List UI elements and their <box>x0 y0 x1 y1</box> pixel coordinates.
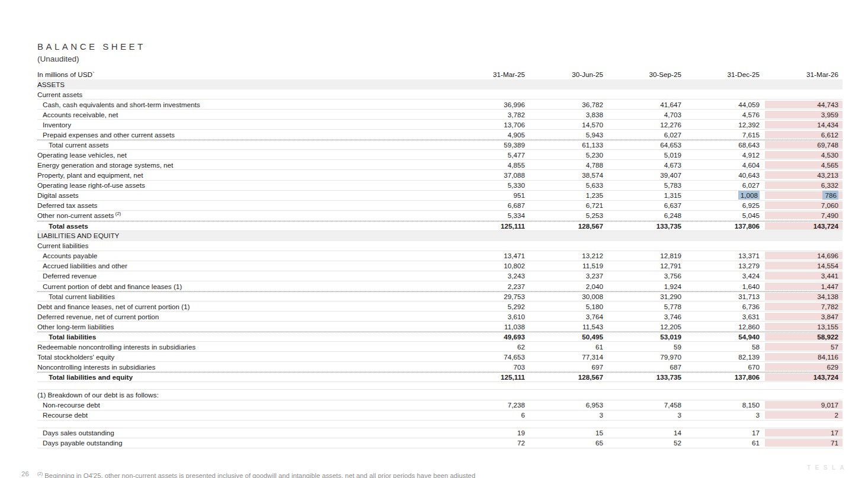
row-label: Total assets <box>37 222 447 230</box>
value-cell: 5,778 <box>603 303 681 310</box>
value-cell: 11,519 <box>525 262 603 270</box>
column-header: 31-Mar-26 <box>765 70 843 78</box>
spacer-row <box>37 382 843 390</box>
row-label: Deferred revenue, net of current portion <box>37 313 447 320</box>
row-label: Cash, cash equivalents and short-term in… <box>37 101 447 108</box>
row-label: Current assets <box>37 91 447 98</box>
row-label: Total liabilities and equity <box>37 373 447 381</box>
footnote-sup: (2) <box>37 471 43 476</box>
value-cell: 3,764 <box>525 313 603 320</box>
value-cell: 7,238 <box>447 401 525 409</box>
value-cell: 5,019 <box>603 151 681 159</box>
value-cell: 5,633 <box>525 181 603 189</box>
value-cell: 13,371 <box>681 252 760 259</box>
value-cell: 125,111 <box>447 373 525 381</box>
value-cell: 4,565 <box>765 161 843 169</box>
row-label: Operating lease right-of-use assets <box>37 181 447 189</box>
value-cell: 53,019 <box>603 333 681 341</box>
table-row: Redeemable noncontrolling interests in s… <box>37 342 843 352</box>
value-cell: 79,970 <box>603 353 681 361</box>
value-cell: 5,783 <box>603 181 681 189</box>
value-cell: 1,447 <box>765 283 843 290</box>
table-row: Total stockholders' equity74,65377,31479… <box>37 352 843 362</box>
value-cell: 40,643 <box>681 171 760 179</box>
table-row: Other non-current assets (2)5,3345,2536,… <box>37 211 843 221</box>
table-row: Operating lease right-of-use assets5,330… <box>37 181 843 191</box>
value-cell: 31,713 <box>681 293 760 300</box>
value-cell: 7,490 <box>765 211 843 219</box>
table-row: Property, plant and equipment, net37,088… <box>37 170 843 180</box>
value-cell: 1,008 <box>681 191 760 199</box>
row-label: Noncontrolling interests in subsidiaries <box>37 363 447 371</box>
value-cell: 1,640 <box>681 283 760 290</box>
value-cell: 2,040 <box>525 283 603 290</box>
value-cell: 13,279 <box>681 262 760 270</box>
section-row: ASSETS <box>37 79 843 89</box>
value-cell: 41,647 <box>603 101 681 108</box>
value-cell: 3 <box>525 411 603 419</box>
value-cell: 11,038 <box>447 323 525 331</box>
value-cell: 7,615 <box>681 131 760 139</box>
value-cell: 5,334 <box>447 211 525 219</box>
row-label: Total current assets <box>37 141 447 149</box>
value-cell: 6,248 <box>603 211 681 219</box>
value-cell: 59 <box>603 343 681 351</box>
row-label: Non-recourse debt <box>37 401 447 409</box>
row-label: Energy generation and storage systems, n… <box>37 161 447 169</box>
value-cell: 133,735 <box>603 373 681 381</box>
value-cell: 4,604 <box>681 161 760 169</box>
table-row: Days sales outstanding1915141717 <box>37 428 843 438</box>
row-label: Total stockholders' equity <box>37 353 447 361</box>
table-row: (1) Breakdown of our debt is as follows: <box>37 390 843 400</box>
value-cell: 50,495 <box>525 333 603 341</box>
table-row: Current assets <box>37 89 843 100</box>
value-cell: 4,788 <box>525 161 603 169</box>
value-cell: 3 <box>681 411 760 419</box>
row-label: Prepaid expenses and other current asset… <box>37 131 447 139</box>
value-cell: 4,912 <box>681 151 760 159</box>
column-header: 31-Mar-25 <box>447 70 525 78</box>
column-header: 30-Jun-25 <box>525 70 603 78</box>
value-cell: 44,059 <box>681 101 760 108</box>
value-cell: 12,819 <box>603 252 681 259</box>
value-cell: 84,116 <box>765 353 843 361</box>
value-cell: 14,696 <box>765 252 843 259</box>
value-cell: 14,554 <box>765 262 843 270</box>
value-cell: 786 <box>765 191 843 199</box>
value-cell: 6,925 <box>681 201 760 209</box>
page-title: BALANCE SHEET <box>37 41 146 52</box>
row-label: Other non-current assets (2) <box>37 211 447 219</box>
row-label: Days payable outstanding <box>37 439 447 447</box>
value-cell: 7,782 <box>765 303 843 310</box>
value-cell: 57 <box>765 343 843 351</box>
table-row: Accounts receivable, net3,7823,8384,7034… <box>37 110 843 120</box>
table-row: Other long-term liabilities11,03811,5431… <box>37 322 843 332</box>
value-cell: 15 <box>525 429 603 437</box>
value-cell: 6 <box>447 411 525 419</box>
value-cell: 38,574 <box>525 171 603 179</box>
value-cell: 12,276 <box>603 121 681 129</box>
value-cell: 137,806 <box>681 373 760 381</box>
row-label: Other long-term liabilities <box>37 323 447 331</box>
value-cell: 14 <box>603 429 681 437</box>
value-cell: 3,782 <box>447 111 525 118</box>
value-cell: 143,724 <box>765 222 843 230</box>
table-row: Deferred revenue, net of current portion… <box>37 312 843 322</box>
value-cell: 5,253 <box>525 211 603 219</box>
value-cell: 74,653 <box>447 353 525 361</box>
value-cell: 6,612 <box>765 131 843 139</box>
value-cell: 13,155 <box>765 323 843 331</box>
value-cell: 3,631 <box>681 313 760 320</box>
value-cell: 4,703 <box>603 111 681 118</box>
value-cell: 58 <box>681 343 760 351</box>
footnote-2: (2) Beginning in Q4'25, other non-curren… <box>37 471 475 478</box>
value-cell: 5,292 <box>447 303 525 310</box>
column-header: 30-Sep-25 <box>603 70 681 78</box>
value-cell: 14,434 <box>765 121 843 129</box>
value-cell: 2,237 <box>447 283 525 290</box>
row-label: Accounts receivable, net <box>37 111 447 118</box>
value-cell: 44,743 <box>765 101 843 108</box>
table-row: Noncontrolling interests in subsidiaries… <box>37 362 843 372</box>
value-cell: 4,576 <box>681 111 760 118</box>
value-cell: 8,150 <box>681 401 760 409</box>
